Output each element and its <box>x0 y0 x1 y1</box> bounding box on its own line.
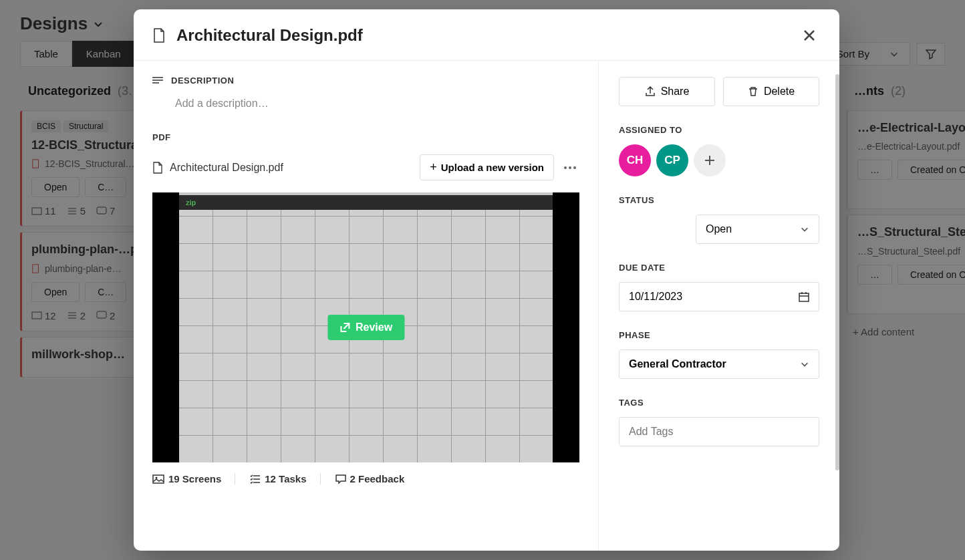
share-icon <box>645 86 656 97</box>
modal-title: Architectural Design.pdf <box>176 26 363 45</box>
close-button[interactable] <box>798 24 821 47</box>
assignee-avatar[interactable]: CH <box>619 144 651 176</box>
phase-label: PHASE <box>619 330 819 340</box>
description-icon <box>152 76 163 86</box>
close-icon <box>802 28 817 43</box>
assignee-avatar[interactable]: CP <box>656 144 688 176</box>
svg-rect-13 <box>153 475 164 483</box>
svg-point-14 <box>156 476 158 478</box>
pdf-viewer-logo: zip <box>186 198 196 206</box>
chevron-down-icon <box>800 360 809 369</box>
delete-button[interactable]: Delete <box>723 77 819 106</box>
feedback-count[interactable]: 2 Feedback <box>335 473 418 484</box>
pdf-filename: Architectural Design.pdf <box>152 162 283 174</box>
description-label: DESCRIPTION <box>171 76 234 86</box>
share-button[interactable]: Share <box>619 77 715 106</box>
assigned-to-label: ASSIGNED TO <box>619 125 819 135</box>
upload-new-version-button[interactable]: + Upload a new version <box>420 154 554 180</box>
review-button[interactable]: Review <box>327 315 404 340</box>
svg-rect-15 <box>799 293 809 301</box>
svg-point-10 <box>564 166 567 169</box>
status-dropdown[interactable]: Open <box>696 215 819 244</box>
chevron-down-icon <box>800 225 809 234</box>
plus-icon <box>703 154 716 167</box>
tags-input[interactable] <box>619 417 819 446</box>
pdf-viewer-toolbar: zip <box>179 195 553 210</box>
due-date-input[interactable]: 10/11/2023 <box>619 282 819 311</box>
external-link-icon <box>339 322 350 333</box>
image-icon <box>152 474 164 484</box>
modal-left-panel: DESCRIPTION Add a description… PDF Archi… <box>134 61 599 551</box>
file-detail-modal: Architectural Design.pdf DESCRIPTION Add… <box>134 9 839 551</box>
calendar-icon <box>799 291 809 302</box>
more-horizontal-icon <box>563 166 577 170</box>
description-input[interactable]: Add a description… <box>152 94 579 124</box>
tags-label: TAGS <box>619 398 819 408</box>
svg-point-12 <box>573 166 576 169</box>
comment-icon <box>335 474 346 484</box>
pdf-preview[interactable]: zip Review <box>152 192 579 462</box>
status-label: STATUS <box>619 195 819 205</box>
modal-right-panel: Share Delete ASSIGNED TO CH CP ST <box>599 61 839 551</box>
svg-point-11 <box>569 166 571 169</box>
file-icon <box>152 28 166 43</box>
add-assignee-button[interactable] <box>694 144 726 176</box>
trash-icon <box>748 86 759 97</box>
checklist-icon <box>250 474 261 484</box>
scrollbar[interactable] <box>835 74 839 470</box>
pdf-section-label: PDF <box>152 132 579 142</box>
due-date-label: DUE DATE <box>619 263 819 273</box>
tasks-count[interactable]: 12 Tasks <box>250 473 320 484</box>
phase-dropdown[interactable]: General Contractor <box>619 349 819 379</box>
more-options-button[interactable] <box>561 163 579 172</box>
file-icon <box>152 162 163 174</box>
screens-count[interactable]: 19 Screens <box>152 473 235 484</box>
